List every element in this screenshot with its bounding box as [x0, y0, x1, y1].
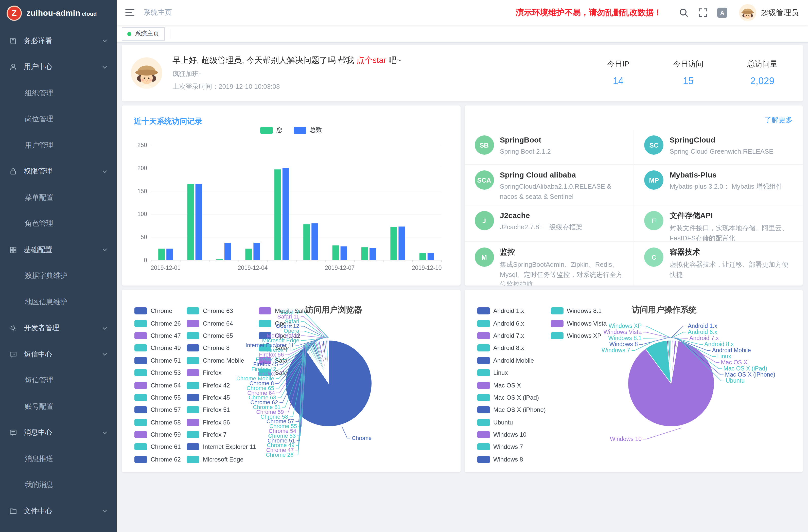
pie-slice[interactable] [320, 341, 329, 383]
legend-item[interactable]: Linux [477, 367, 551, 379]
legend-item[interactable]: Windows 10 [477, 428, 551, 441]
pie-slice[interactable] [315, 342, 329, 383]
sidebar-item-1[interactable]: 用户中心 [0, 54, 117, 80]
sidebar-item-6[interactable]: 消息中心 [0, 420, 117, 446]
legend-item[interactable]: Mac OS X (iPhone) [477, 404, 551, 416]
pie-slice[interactable] [671, 340, 671, 383]
bar[interactable] [420, 253, 426, 260]
legend-item[interactable]: 总数 [294, 126, 322, 134]
pie-slice[interactable] [321, 341, 329, 383]
legend-item[interactable]: Ubuntu [477, 416, 551, 428]
tab-home[interactable]: 系统主页 [122, 27, 165, 40]
fullscreen-icon[interactable] [698, 7, 708, 18]
pie-slice[interactable] [324, 341, 329, 383]
sidebar-subitem[interactable]: 组织管理 [0, 80, 117, 106]
breadcrumb[interactable]: 系统主页 [144, 8, 172, 17]
legend-item[interactable]: Chrome 49 [134, 342, 187, 354]
bar[interactable] [224, 243, 231, 260]
sidebar-item-2[interactable]: 权限管理 [0, 159, 117, 185]
legend-item[interactable]: Safari 11 [259, 354, 310, 367]
legend-item[interactable]: Microsoft Edge [187, 453, 259, 465]
bar[interactable] [282, 168, 289, 260]
legend-item[interactable]: Chrome 54 [134, 379, 187, 391]
pie-slice[interactable] [669, 340, 671, 383]
legend-item[interactable]: Mobile Safari [259, 305, 310, 317]
sidebar-item-0[interactable]: 务必详看 [0, 28, 117, 54]
pie-slice[interactable] [671, 341, 677, 383]
legend-item[interactable]: Chrome 55 [134, 391, 187, 404]
bar[interactable] [369, 248, 376, 260]
bar[interactable] [332, 245, 339, 260]
app-logo[interactable]: Z zuihou-admincloud [0, 0, 117, 26]
legend-item[interactable]: Chrome 59 [134, 428, 187, 441]
bar[interactable] [427, 253, 434, 260]
font-size-icon[interactable]: A [717, 7, 727, 18]
sidebar-item-5[interactable]: 短信中心 [0, 341, 117, 367]
avatar[interactable] [739, 4, 756, 21]
pie-slice[interactable] [317, 342, 329, 383]
legend-item[interactable]: Android 7.x [477, 330, 551, 342]
hamburger-icon[interactable] [125, 7, 135, 18]
legend-item[interactable]: Chrome 57 [134, 404, 187, 416]
pie-slice[interactable] [307, 345, 329, 383]
pie-slice[interactable] [628, 341, 714, 426]
bar[interactable] [303, 224, 310, 260]
sidebar-item-4[interactable]: 开发者管理 [0, 315, 117, 341]
pie-slice[interactable] [327, 340, 329, 383]
pie-slice[interactable] [313, 343, 329, 383]
current-user-name[interactable]: 超级管理员 [761, 8, 799, 18]
pie-slice[interactable] [325, 340, 329, 383]
legend-item[interactable]: Android 6.x [477, 317, 551, 330]
pie-slice[interactable] [671, 341, 678, 383]
pie-slice[interactable] [671, 340, 674, 383]
pie-slice[interactable] [311, 344, 329, 383]
legend-item[interactable]: Chrome [134, 305, 187, 317]
pie-slice[interactable] [671, 341, 677, 383]
pie-slice[interactable] [670, 340, 671, 383]
search-icon[interactable] [679, 7, 689, 18]
legend-item[interactable]: Windows Vista [551, 317, 607, 330]
legend-item[interactable]: Windows XP [551, 330, 607, 342]
legend-item[interactable]: Chrome 64 [187, 317, 259, 330]
legend-item[interactable]: Windows 7 [477, 441, 551, 453]
pie-slice[interactable] [671, 340, 672, 383]
pie-slice[interactable] [322, 341, 329, 383]
pie-slice[interactable] [328, 340, 329, 383]
legend-item[interactable]: Firefox 7 [187, 428, 259, 441]
legend-item[interactable]: Chrome 63 [187, 305, 259, 317]
legend-item[interactable]: Android 8.x [477, 342, 551, 354]
legend-item[interactable]: Chrome 8 [187, 342, 259, 354]
pie-slice[interactable] [320, 341, 329, 383]
legend-item[interactable]: Chrome 58 [134, 416, 187, 428]
legend-item[interactable]: Safari 9 [259, 367, 310, 379]
pie-slice[interactable] [317, 342, 329, 383]
legend-item[interactable]: Firefox 56 [187, 416, 259, 428]
sidebar-subitem[interactable]: 菜单配置 [0, 185, 117, 211]
sidebar-item-3[interactable]: 基础配置 [0, 237, 117, 263]
sidebar-subitem[interactable]: 角色管理 [0, 211, 117, 237]
sidebar-subitem[interactable]: 数据字典维护 [0, 263, 117, 289]
legend-item[interactable]: Firefox [187, 367, 259, 379]
bar[interactable] [158, 249, 165, 260]
pie-slice[interactable] [324, 340, 329, 383]
pie-slice[interactable] [326, 340, 329, 383]
pie-slice[interactable] [671, 340, 673, 383]
legend-item[interactable]: Windows 8.1 [551, 305, 607, 317]
legend-item[interactable]: Opera 12 [259, 330, 310, 342]
sidebar-subitem[interactable]: 我的消息 [0, 472, 117, 498]
bar[interactable] [196, 184, 202, 260]
legend-item[interactable]: Chrome 65 [187, 330, 259, 342]
star-link[interactable]: 点个star [356, 56, 386, 64]
legend-item[interactable]: Mac OS X (iPad) [477, 391, 551, 404]
legend-item[interactable]: Chrome 26 [134, 317, 187, 330]
bar[interactable] [253, 243, 260, 260]
pie-slice[interactable] [323, 341, 329, 383]
sidebar-subitem[interactable]: 消息推送 [0, 446, 117, 472]
bar[interactable] [399, 226, 405, 260]
legend-item[interactable]: Chrome Mobile [187, 354, 259, 367]
legend-item[interactable]: Chrome 51 [134, 354, 187, 367]
legend-item[interactable]: Chrome 53 [134, 367, 187, 379]
bar[interactable] [274, 169, 281, 260]
bar[interactable] [245, 249, 252, 260]
legend-item[interactable]: Safari [259, 342, 310, 354]
